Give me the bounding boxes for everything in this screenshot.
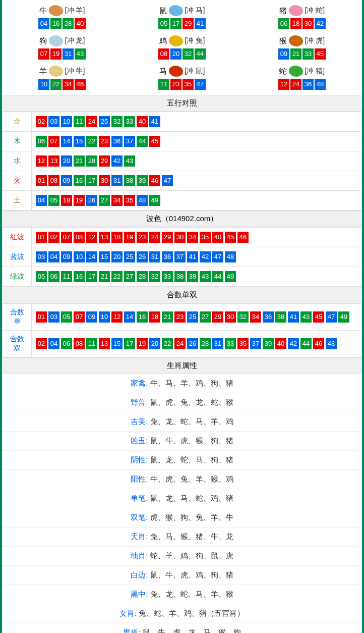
- number-ball: 31: [63, 48, 74, 60]
- number-ball: 17: [124, 338, 135, 349]
- number-ball: 13: [99, 232, 110, 243]
- number-ball: 04: [48, 338, 59, 349]
- number-ball: 07: [48, 136, 59, 147]
- number-ball: 28: [200, 338, 211, 349]
- number-ball: 33: [124, 116, 135, 127]
- attr-key: 凶丑:: [131, 436, 148, 445]
- zodiac-numbers: 09213345: [242, 48, 362, 60]
- zodiac-numbers: 10223446: [2, 79, 122, 90]
- zodiac-icon: [289, 66, 303, 77]
- number-ball: 16: [74, 175, 85, 186]
- number-ball: 41: [187, 251, 198, 262]
- attr-key: 吉美:: [131, 417, 148, 426]
- number-ball: 17: [170, 18, 181, 29]
- number-ball: 02: [36, 116, 47, 127]
- row-balls: 05061116172122272832333839434449: [32, 267, 362, 287]
- zodiac-name: 猴: [279, 36, 287, 46]
- number-ball: 10: [38, 79, 49, 90]
- zodiac-icon: [289, 35, 303, 46]
- number-ball: 41: [195, 18, 206, 29]
- zodiac-icon: [49, 35, 63, 46]
- number-ball: 17: [86, 175, 97, 186]
- section-header-heshu: 合数单双: [2, 287, 362, 303]
- number-ball: 26: [187, 338, 198, 349]
- row-label: 合数单: [3, 304, 32, 331]
- number-ball: 38: [124, 175, 135, 186]
- number-ball: 40: [75, 18, 86, 29]
- number-ball: 29: [212, 311, 223, 323]
- row-label: 土: [3, 191, 32, 210]
- attr-row: 黑中: 兔、龙、蛇、马、羊、猴: [2, 585, 362, 604]
- number-ball: 08: [158, 48, 169, 60]
- number-ball: 14: [124, 311, 135, 323]
- number-ball: 16: [74, 271, 85, 282]
- number-ball: 04: [48, 251, 59, 262]
- number-ball: 07: [61, 232, 72, 243]
- row-balls: 1213202128294243: [32, 151, 362, 171]
- zodiac-clash: [冲 鼠]: [185, 67, 205, 76]
- number-ball: 02: [36, 338, 47, 349]
- table-row: 土04051819262734354849: [3, 191, 362, 210]
- number-ball: 20: [170, 48, 181, 60]
- number-ball: 36: [302, 79, 314, 90]
- number-ball: 42: [111, 155, 123, 167]
- zodiac-name: 羊: [39, 67, 47, 76]
- attr-value: 鼠、龙、马、蛇、鸡、猪: [150, 494, 233, 502]
- number-ball: 43: [124, 155, 135, 167]
- number-ball: 27: [99, 195, 110, 206]
- number-ball: 39: [263, 338, 274, 349]
- number-ball: 34: [63, 79, 74, 90]
- number-ball: 08: [48, 175, 59, 186]
- row-label: 绿波: [3, 267, 32, 287]
- attr-key: 野兽:: [131, 398, 148, 406]
- number-ball: 33: [302, 48, 314, 60]
- zodiac-numbers: 11233547: [122, 79, 242, 90]
- number-ball: 48: [326, 338, 337, 349]
- zodiac-clash: [冲 蛇]: [305, 6, 325, 15]
- number-ball: 11: [61, 271, 72, 282]
- number-ball: 06: [61, 338, 72, 349]
- attr-key: 阳性:: [131, 474, 148, 483]
- table-row: 金02031011242532334041: [3, 112, 362, 132]
- section-header-bose: 波色（014902.com）: [2, 210, 362, 227]
- number-ball: 34: [111, 195, 123, 206]
- number-ball: 27: [124, 271, 135, 282]
- number-ball: 01: [36, 175, 47, 186]
- number-ball: 07: [74, 311, 85, 323]
- attr-key: 双笔:: [131, 513, 148, 521]
- zodiac-icon: [49, 5, 63, 16]
- number-ball: 24: [149, 232, 160, 243]
- zodiac-icon: [169, 66, 183, 77]
- number-ball: 04: [36, 195, 47, 206]
- number-ball: 13: [99, 338, 110, 349]
- number-ball: 33: [162, 271, 173, 282]
- wuxing-table: 金02031011242532334041木060714152223363744…: [2, 112, 362, 210]
- number-ball: 36: [162, 251, 173, 262]
- attr-value: 鼠、牛、虎、猴、狗、猪: [150, 436, 233, 445]
- row-balls: 06071415222336374445: [32, 132, 362, 151]
- number-ball: 37: [124, 136, 135, 147]
- number-ball: 38: [174, 271, 186, 282]
- table-row: 红波0102070812131819232429303435404546: [3, 228, 362, 247]
- number-ball: 45: [313, 311, 324, 323]
- table-row: 木06071415222336374445: [3, 132, 362, 151]
- number-ball: 20: [149, 338, 160, 349]
- row-balls: 0102070812131819232429303435404546: [32, 228, 362, 247]
- number-ball: 22: [86, 136, 97, 147]
- attr-value: 鼠、龙、蛇、马、狗、猪: [150, 455, 233, 464]
- number-ball: 11: [74, 116, 85, 127]
- number-ball: 48: [137, 195, 148, 206]
- number-ball: 32: [111, 116, 123, 127]
- number-ball: 18: [290, 18, 301, 29]
- table-row: 水1213202128294243: [3, 151, 362, 171]
- number-ball: 19: [74, 195, 85, 206]
- number-ball: 44: [212, 271, 223, 282]
- section-header-shengxiao: 生肖属性: [2, 357, 362, 374]
- number-ball: 03: [48, 116, 59, 127]
- number-ball: 23: [137, 232, 148, 243]
- number-ball: 23: [170, 79, 181, 90]
- number-ball: 49: [225, 271, 236, 282]
- number-ball: 30: [225, 311, 236, 323]
- number-ball: 12: [36, 155, 47, 167]
- attr-key: 天肖:: [131, 532, 148, 541]
